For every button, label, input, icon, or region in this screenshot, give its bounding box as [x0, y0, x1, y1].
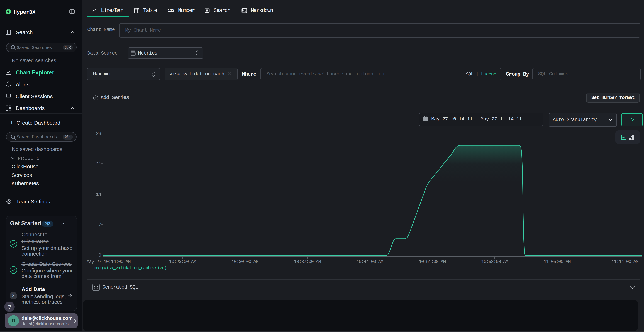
svg-text:10:30:00 AM: 10:30:00 AM: [232, 259, 258, 264]
svg-text:0: 0: [98, 252, 101, 258]
svg-text:10:51:00 AM: 10:51:00 AM: [419, 259, 446, 264]
svg-text:10:58:00 AM: 10:58:00 AM: [481, 259, 508, 264]
svg-text:10:37:00 AM: 10:37:00 AM: [294, 259, 321, 264]
svg-text:11:14:00 AM: 11:14:00 AM: [612, 259, 638, 264]
svg-text:28: 28: [96, 131, 101, 136]
svg-text:7: 7: [98, 222, 101, 228]
svg-text:May 27 10:14:00 AM: May 27 10:14:00 AM: [86, 259, 130, 264]
svg-text:10:23:00 AM: 10:23:00 AM: [169, 259, 196, 264]
svg-text:14: 14: [96, 192, 101, 197]
svg-text:21: 21: [96, 161, 101, 167]
svg-text:10:44:00 AM: 10:44:00 AM: [356, 259, 383, 264]
svg-text:11:05:00 AM: 11:05:00 AM: [544, 259, 570, 264]
